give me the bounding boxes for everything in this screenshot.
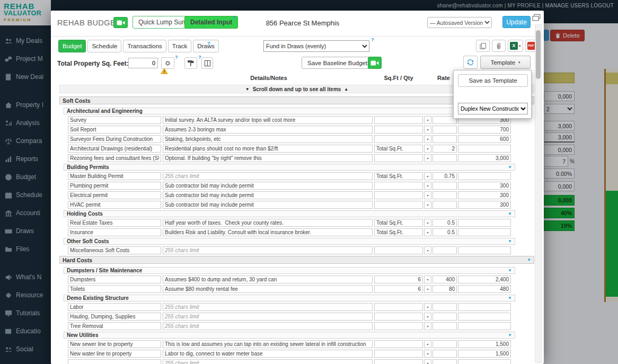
sqft-settings-icon[interactable] xyxy=(161,57,174,69)
subsection-header[interactable]: Dumpsters / Site Maintenance▼ xyxy=(64,267,515,274)
unit-select[interactable]: ▾ xyxy=(424,145,431,153)
unit-select[interactable]: ▾ xyxy=(424,219,431,227)
item-name-input[interactable] xyxy=(68,154,161,162)
qty-input[interactable] xyxy=(374,285,423,293)
rate-input[interactable] xyxy=(432,322,457,330)
template-button[interactable]: Template▾ xyxy=(480,56,531,69)
subsection-header[interactable]: Other Soft Costs▼ xyxy=(64,238,515,245)
rate-input[interactable] xyxy=(432,340,457,348)
item-name-input[interactable] xyxy=(68,135,161,143)
item-name-input[interactable] xyxy=(68,276,161,283)
qty-input[interactable] xyxy=(374,322,423,330)
help-icon[interactable]: ? xyxy=(207,40,210,46)
help-icon[interactable]: ? xyxy=(371,37,374,42)
total-input[interactable] xyxy=(458,228,511,236)
total-input[interactable] xyxy=(458,359,511,364)
popout-icon[interactable] xyxy=(532,14,541,21)
qty-input[interactable] xyxy=(374,313,423,321)
item-name-input[interactable] xyxy=(68,303,161,311)
scrollbar-thumb[interactable] xyxy=(536,30,541,79)
item-name-input[interactable] xyxy=(68,340,161,348)
subsection-header[interactable]: Building Permits▼ xyxy=(64,164,515,171)
item-notes-input[interactable] xyxy=(163,285,373,293)
rate-input[interactable] xyxy=(432,135,457,143)
item-notes-input[interactable] xyxy=(163,219,373,227)
fund-in-draws-select[interactable]: Fund in Draws (evenly) xyxy=(263,40,369,52)
rate-input[interactable] xyxy=(432,303,457,311)
item-notes-input[interactable] xyxy=(163,359,373,364)
item-name-input[interactable] xyxy=(68,219,161,227)
unit-select[interactable]: ▾ xyxy=(424,246,431,254)
item-name-input[interactable] xyxy=(68,246,161,254)
rate-input[interactable] xyxy=(432,172,457,180)
unit-select[interactable]: ▾ xyxy=(424,322,431,330)
attachment-icon[interactable] xyxy=(492,40,506,52)
total-input[interactable] xyxy=(458,145,511,153)
unit-select[interactable]: ▾ xyxy=(424,182,431,190)
video-tutorial-icon[interactable] xyxy=(368,57,382,69)
unit-select[interactable]: ▾ xyxy=(424,154,431,162)
unit-select[interactable]: ▾ xyxy=(424,126,431,134)
unit-select[interactable]: ▾ xyxy=(424,359,431,364)
video-tutorial-icon[interactable] xyxy=(113,17,128,28)
rate-input[interactable] xyxy=(432,313,457,321)
total-input[interactable] xyxy=(458,303,511,311)
item-notes-input[interactable] xyxy=(163,313,373,321)
item-name-input[interactable] xyxy=(68,228,161,236)
item-name-input[interactable] xyxy=(68,313,161,321)
qty-input[interactable] xyxy=(374,228,423,236)
collapse-icon[interactable]: ▼ xyxy=(508,296,512,300)
item-name-input[interactable] xyxy=(68,285,161,293)
qty-input[interactable] xyxy=(374,135,423,143)
paint-roller-icon[interactable] xyxy=(184,57,197,69)
item-notes-input[interactable] xyxy=(163,228,373,236)
total-input[interactable] xyxy=(458,191,511,199)
qty-input[interactable] xyxy=(374,303,423,311)
unit-select[interactable]: ▾ xyxy=(424,276,431,283)
unit-select[interactable]: ▾ xyxy=(424,228,431,236)
collapse-icon[interactable]: ▼ xyxy=(508,165,512,170)
item-notes-input[interactable] xyxy=(163,246,373,254)
qty-input[interactable] xyxy=(374,154,423,162)
rate-input[interactable] xyxy=(432,191,457,199)
scrollbar[interactable] xyxy=(535,24,542,363)
qty-input[interactable] xyxy=(374,340,423,348)
unit-select[interactable]: ▾ xyxy=(424,191,431,199)
total-input[interactable] xyxy=(458,340,511,348)
rate-input[interactable] xyxy=(432,228,457,236)
template-select[interactable]: Duplex New Construction 2 xyxy=(458,103,528,114)
total-input[interactable] xyxy=(458,126,511,134)
refresh-icon[interactable] xyxy=(463,56,478,69)
qty-input[interactable] xyxy=(374,276,423,283)
subsection-header[interactable]: New Utilities▼ xyxy=(64,332,515,339)
tab-budget[interactable]: Budget xyxy=(58,40,86,52)
item-notes-input[interactable] xyxy=(163,145,373,153)
rate-input[interactable] xyxy=(432,359,457,364)
total-input[interactable] xyxy=(458,201,511,209)
item-notes-input[interactable] xyxy=(163,276,373,283)
item-notes-input[interactable] xyxy=(163,126,373,134)
unit-select[interactable]: ▾ xyxy=(424,135,431,143)
item-name-input[interactable] xyxy=(68,201,161,209)
item-notes-input[interactable] xyxy=(163,154,373,162)
total-input[interactable] xyxy=(458,322,511,330)
item-name-input[interactable] xyxy=(68,350,161,358)
quick-lump-sum-button[interactable]: Quick Lump Sum xyxy=(133,16,193,29)
total-input[interactable] xyxy=(458,219,511,227)
qty-input[interactable] xyxy=(374,191,423,199)
item-notes-input[interactable] xyxy=(163,322,373,330)
qty-input[interactable] xyxy=(374,126,423,134)
total-input[interactable] xyxy=(458,276,511,283)
item-notes-input[interactable] xyxy=(163,340,373,348)
tab-track[interactable]: Track xyxy=(168,40,191,52)
total-input[interactable] xyxy=(458,246,511,254)
rate-input[interactable] xyxy=(432,246,457,254)
total-input[interactable] xyxy=(458,154,511,162)
item-name-input[interactable] xyxy=(68,359,161,364)
qty-input[interactable] xyxy=(374,201,423,209)
unit-select[interactable]: ▾ xyxy=(424,285,431,293)
unit-select[interactable]: ▾ xyxy=(424,340,431,348)
subsection-header[interactable]: Demo Existing Structure▼ xyxy=(64,295,515,301)
rate-input[interactable] xyxy=(432,285,457,293)
item-name-input[interactable] xyxy=(68,191,161,199)
